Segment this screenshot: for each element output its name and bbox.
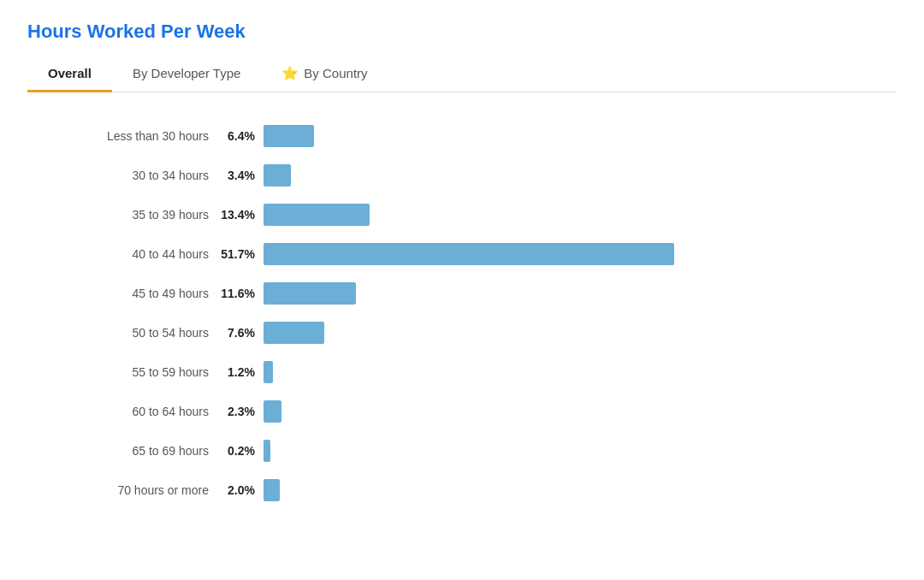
bar [264,243,674,265]
row-value: 51.7% [216,247,264,261]
bar [264,125,314,147]
bar-track [264,125,897,147]
bar [264,204,370,226]
row-label: 70 hours or more [44,483,216,497]
bar-track [264,361,897,383]
chart-row: 45 to 49 hours11.6% [44,274,897,313]
row-value: 11.6% [216,287,264,300]
tab-bar: OverallBy Developer Type⭐By Country [27,56,897,92]
chart-row: 30 to 34 hours3.4% [44,156,897,195]
chart-row: 55 to 59 hours1.2% [44,352,897,392]
bar-track [264,479,897,501]
bar [264,361,273,383]
bar-track [264,400,897,423]
row-label: 30 to 34 hours [44,169,216,182]
bar-track [264,204,897,226]
chart-row: 35 to 39 hours13.4% [44,195,897,234]
bar-track [264,164,897,186]
tab-by-developer-type[interactable]: By Developer Type [112,56,261,92]
tab-by-country[interactable]: ⭐By Country [261,56,388,92]
tab-label: By Country [304,66,367,80]
chart-row: 60 to 64 hours2.3% [44,392,897,431]
bar-track [264,440,897,462]
bar [264,440,270,462]
row-label: 35 to 39 hours [44,208,216,222]
bar [264,479,280,501]
page-title: Hours Worked Per Week [27,21,897,43]
tab-label: Overall [48,66,92,80]
row-label: 65 to 69 hours [44,444,216,458]
bar-track [264,322,897,344]
chart-row: 50 to 54 hours7.6% [44,313,897,352]
chart-row: 65 to 69 hours0.2% [44,431,897,471]
bar-track [264,282,897,305]
row-value: 0.2% [216,444,264,458]
chart-container: Less than 30 hours6.4%30 to 34 hours3.4%… [27,116,897,510]
bar [264,164,291,186]
bar [264,400,281,423]
tab-label: By Developer Type [133,66,240,80]
row-value: 6.4% [216,129,264,143]
row-label: Less than 30 hours [44,129,216,143]
row-value: 1.2% [216,365,264,379]
row-value: 2.0% [216,483,264,497]
tab-overall[interactable]: Overall [27,56,112,92]
row-value: 13.4% [216,208,264,222]
row-label: 60 to 64 hours [44,405,216,418]
bar-track [264,243,897,265]
row-value: 7.6% [216,326,264,340]
bar [264,322,324,344]
row-label: 55 to 59 hours [44,365,216,379]
row-label: 40 to 44 hours [44,247,216,261]
star-icon: ⭐ [281,65,299,81]
row-value: 3.4% [216,169,264,182]
chart-row: Less than 30 hours6.4% [44,116,897,156]
row-label: 50 to 54 hours [44,326,216,340]
chart-row: 40 to 44 hours51.7% [44,234,897,274]
bar [264,282,356,305]
row-label: 45 to 49 hours [44,287,216,300]
row-value: 2.3% [216,405,264,418]
chart-row: 70 hours or more2.0% [44,471,897,510]
